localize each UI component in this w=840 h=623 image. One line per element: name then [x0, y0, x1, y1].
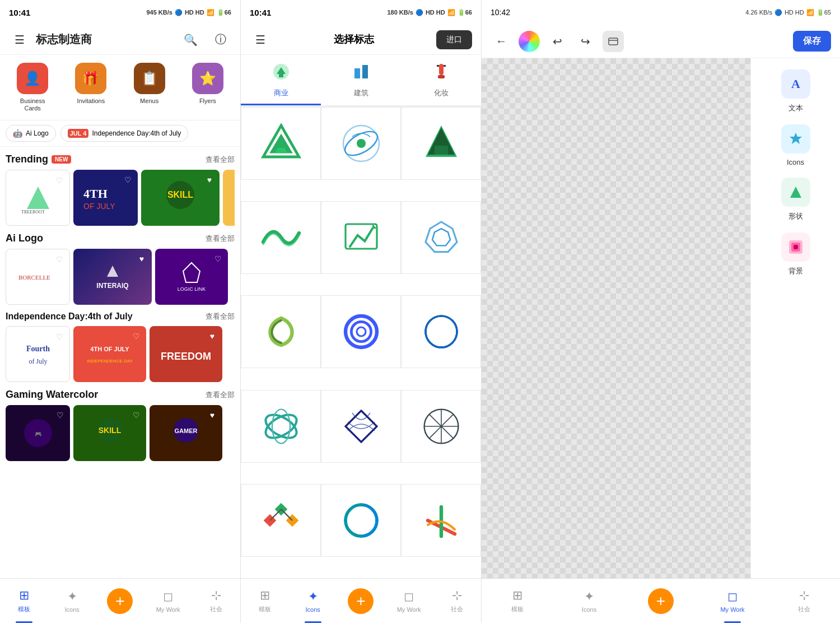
- logo-grid: [241, 106, 481, 578]
- logo-cell-3[interactable]: [401, 107, 481, 180]
- nav-social-2[interactable]: ⊹ 社会: [433, 579, 481, 623]
- heart-gaming-1[interactable]: ♡: [53, 408, 67, 422]
- nav-plus-3[interactable]: +: [625, 579, 697, 623]
- logo-cell-15[interactable]: [401, 484, 481, 557]
- logo-cell-5[interactable]: [321, 201, 401, 274]
- heart-gaming-3[interactable]: ♥: [206, 408, 219, 422]
- nav-mywork-1[interactable]: ◻ My Work: [144, 579, 192, 623]
- heart-skill[interactable]: ♥: [203, 173, 216, 187]
- nav-social-1[interactable]: ⊹ 社会: [192, 579, 240, 623]
- tool-text[interactable]: A 文本: [781, 69, 810, 113]
- nav-plus-2[interactable]: +: [337, 579, 385, 623]
- template-freedom[interactable]: ♥ FREEDOM: [150, 326, 222, 382]
- heart-treeroot[interactable]: ♡: [53, 174, 66, 187]
- svg-text:BORCELLE: BORCELLE: [18, 274, 50, 281]
- svg-line-60: [270, 509, 281, 520]
- svg-text:Fourth: Fourth: [26, 345, 50, 353]
- nav-plus-1[interactable]: +: [96, 579, 144, 623]
- heart-gaming-2[interactable]: ♡: [129, 408, 143, 422]
- nav-icons-1[interactable]: ✦ Icons: [48, 579, 96, 623]
- ai-logo-see-all[interactable]: 查看全部: [206, 234, 235, 244]
- svg-text:4TH: 4TH: [83, 187, 108, 201]
- gaming-title: Gaming Watercolor: [6, 389, 98, 401]
- template-4th[interactable]: ♡ 4TH OF JULY: [73, 170, 138, 226]
- svg-rect-28: [444, 65, 446, 67]
- svg-text:SKILL: SKILL: [99, 426, 122, 435]
- color-wheel-icon[interactable]: [519, 31, 540, 52]
- nav-mywork-3[interactable]: ◻ My Work: [697, 579, 768, 623]
- category-menus[interactable]: 📋 Menus: [123, 63, 176, 112]
- heart-fourth[interactable]: ♡: [53, 330, 66, 343]
- template-partial[interactable]: [223, 170, 235, 226]
- nav-icons-3[interactable]: ✦ Icons: [553, 579, 625, 623]
- svg-point-44: [357, 327, 366, 336]
- icon-cat-cosmetics[interactable]: 化妆: [401, 55, 481, 105]
- category-business-cards[interactable]: 👤 BusinessCards: [6, 63, 59, 112]
- nav-templates-1[interactable]: ⊞ 模板: [0, 579, 48, 623]
- logo-cell-8[interactable]: [321, 295, 401, 368]
- heart-freedom[interactable]: ♥: [206, 329, 219, 343]
- heart-4thofjuly[interactable]: ♡: [129, 329, 143, 343]
- icon-cat-architecture[interactable]: 建筑: [321, 55, 401, 105]
- template-treeroot[interactable]: ♡ TREEROOT: [6, 170, 70, 226]
- undo-button[interactable]: ↩: [547, 31, 568, 52]
- redo-button[interactable]: ↪: [575, 31, 596, 52]
- logo-cell-1[interactable]: [241, 107, 321, 180]
- logo-cell-13[interactable]: [241, 484, 321, 557]
- import-button[interactable]: 进口: [436, 30, 472, 49]
- heart-logiclink[interactable]: ♡: [211, 252, 225, 266]
- category-flyers[interactable]: ⭐ Flyers: [181, 63, 235, 112]
- logo-cell-14[interactable]: [321, 484, 401, 557]
- trending-title: Trending: [6, 154, 48, 165]
- template-gaming-3[interactable]: ♥ GAMER: [150, 405, 222, 461]
- tag-independence-day[interactable]: JUL 4 Independence Day:4th of July: [60, 125, 189, 142]
- tool-background[interactable]: 背景: [781, 233, 810, 276]
- menu-icon-2[interactable]: ☰: [250, 29, 271, 50]
- nav-icons-2[interactable]: ✦ Icons: [289, 579, 337, 623]
- heart-interaiq[interactable]: ♥: [135, 252, 148, 266]
- menu-icon[interactable]: ☰: [9, 29, 30, 50]
- icon-cat-business[interactable]: 商业: [241, 55, 321, 105]
- template-logiclink[interactable]: ♡ LOGIC LINK: [155, 249, 228, 305]
- layers-button[interactable]: [603, 31, 624, 52]
- logo-cell-12[interactable]: [401, 390, 481, 463]
- template-gaming-1[interactable]: ♡ 🎮: [6, 405, 70, 461]
- logo-cell-7[interactable]: [241, 295, 321, 368]
- invitations-icon: 🎁: [75, 63, 106, 94]
- template-gaming-2[interactable]: ♡ SKILL: [73, 405, 146, 461]
- logo-cell-10[interactable]: [241, 390, 321, 463]
- nav-templates-3[interactable]: ⊞ 模板: [482, 579, 553, 623]
- trending-see-all[interactable]: 查看全部: [206, 155, 235, 165]
- new-badge: NEW: [52, 155, 71, 164]
- template-borcelle[interactable]: ♡ BORCELLE: [6, 249, 70, 305]
- menus-label: Menus: [140, 97, 158, 105]
- search-icon[interactable]: 🔍: [180, 29, 201, 50]
- info-icon[interactable]: ⓘ: [210, 29, 231, 50]
- bottom-nav-1: ⊞ 模板 ✦ Icons + ◻ My Work ⊹ 社会: [0, 578, 240, 623]
- logo-cell-2[interactable]: [321, 107, 401, 180]
- independence-see-all[interactable]: 查看全部: [206, 312, 235, 322]
- tag-ai-logo[interactable]: 🤖 Ai Logo: [6, 125, 56, 142]
- logo-cell-9[interactable]: [401, 295, 481, 368]
- heart-4th[interactable]: ♡: [121, 173, 134, 187]
- independence-title: Independence Day:4th of July: [6, 312, 133, 322]
- category-invitations[interactable]: 🎁 Invitations: [64, 63, 118, 112]
- logo-cell-4[interactable]: [241, 201, 321, 274]
- logo-cell-6[interactable]: [401, 201, 481, 274]
- heart-borcelle[interactable]: ♡: [53, 253, 66, 266]
- nav-social-3[interactable]: ⊹ 社会: [768, 579, 840, 623]
- tool-shapes[interactable]: 形状: [781, 178, 810, 221]
- template-4thofjuly[interactable]: ♡ 4TH OF JULY INDEPENDENCE DAY: [73, 326, 146, 382]
- logo-cell-11[interactable]: [321, 390, 401, 463]
- nav-mywork-2[interactable]: ◻ My Work: [385, 579, 433, 623]
- nav-templates-2[interactable]: ⊞ 模板: [241, 579, 289, 623]
- template-interaiq[interactable]: ♥ INTERAIQ: [73, 249, 152, 305]
- template-skill[interactable]: ♥ SKILL: [141, 170, 220, 226]
- back-button[interactable]: ←: [491, 31, 512, 52]
- canvas[interactable]: [482, 58, 750, 578]
- save-button[interactable]: 保存: [793, 31, 831, 52]
- gaming-see-all[interactable]: 查看全部: [206, 390, 235, 400]
- template-fourth[interactable]: ♡ Fourth of July: [6, 326, 70, 382]
- tool-icons[interactable]: Icons: [781, 124, 810, 166]
- svg-text:4TH OF JULY: 4TH OF JULY: [90, 346, 129, 352]
